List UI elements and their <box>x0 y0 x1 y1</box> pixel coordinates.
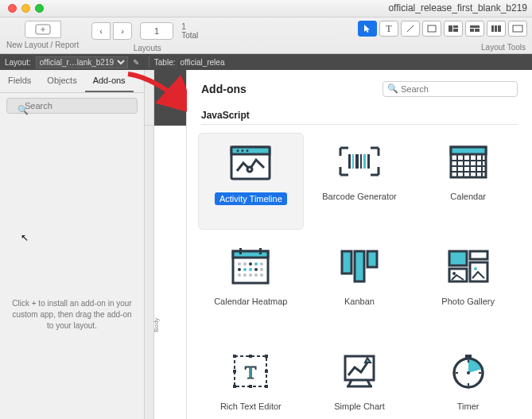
svg-rect-22 <box>352 154 354 169</box>
svg-rect-72 <box>233 370 236 373</box>
nav-next-button[interactable]: › <box>113 22 132 40</box>
svg-point-41 <box>238 262 241 266</box>
addon-card-timer[interactable]: Timer <box>415 343 521 419</box>
svg-rect-38 <box>233 251 268 258</box>
photo-gallery-icon <box>446 248 491 285</box>
addon-card-simple-chart[interactable]: Simple Chart <box>307 343 413 419</box>
addons-search-input[interactable] <box>382 81 518 97</box>
svg-point-46 <box>238 268 241 271</box>
svg-rect-59 <box>449 251 467 266</box>
text-icon: T <box>386 23 391 35</box>
addon-label: Simple Chart <box>334 402 385 411</box>
layout-a-button[interactable] <box>444 21 463 37</box>
inspector-panel: Fields Objects Add-ons 🔍 Click + to inst… <box>0 70 145 419</box>
svg-point-49 <box>254 268 258 271</box>
window-close-button[interactable] <box>8 4 17 13</box>
svg-point-44 <box>254 262 258 266</box>
svg-rect-6 <box>453 25 458 28</box>
svg-rect-4 <box>428 25 436 32</box>
svg-rect-10 <box>475 29 480 32</box>
addon-label: Calendar Heatmap <box>214 297 287 306</box>
addon-card-calendar-heatmap[interactable]: Calendar Heatmap <box>198 238 304 335</box>
svg-point-54 <box>254 274 258 277</box>
addon-card-activity-timeline[interactable]: Activity Timeline <box>198 133 304 230</box>
window-minimize-button[interactable] <box>21 4 30 13</box>
svg-point-19 <box>247 149 249 152</box>
layout-tools-group: T <box>358 21 527 37</box>
page-number-field[interactable]: 1 <box>140 22 173 40</box>
line-tool-button[interactable] <box>401 21 420 37</box>
rect-icon <box>427 25 437 33</box>
svg-rect-56 <box>342 251 351 274</box>
tab-fields[interactable]: Fields <box>0 70 39 92</box>
shape-tool-button[interactable] <box>422 21 441 37</box>
svg-point-17 <box>237 149 239 152</box>
addon-label: Activity Timeline <box>215 192 287 205</box>
svg-point-63 <box>474 267 477 270</box>
layout-c-button[interactable] <box>487 21 506 37</box>
layout-select[interactable]: official_r…lank_b219 <box>36 56 128 68</box>
addon-label: Kanban <box>344 297 375 306</box>
svg-rect-23 <box>355 154 359 169</box>
svg-point-48 <box>249 268 252 271</box>
pointer-tool-button[interactable] <box>358 21 377 37</box>
barcode-icon <box>337 145 382 178</box>
svg-rect-57 <box>355 251 364 281</box>
svg-point-47 <box>243 268 247 271</box>
addon-card-calendar[interactable]: Calendar <box>415 133 521 230</box>
calendar-heatmap-icon <box>230 246 271 286</box>
svg-point-20 <box>247 167 252 172</box>
addon-label: Timer <box>457 402 480 411</box>
section-javascript-title: JavaScript <box>201 110 532 121</box>
pointer-icon <box>363 24 371 33</box>
svg-rect-73 <box>265 370 268 373</box>
layout-a-icon <box>448 25 459 33</box>
divider <box>149 56 150 68</box>
addon-card-rich-text-editor[interactable]: T Rich Text Editor <box>198 343 304 419</box>
text-tool-button[interactable]: T <box>379 21 398 37</box>
layout-b-button[interactable] <box>465 21 484 37</box>
svg-point-50 <box>260 268 263 271</box>
svg-rect-40 <box>259 248 262 254</box>
page-total: 1 Total <box>177 21 203 41</box>
layout-d-icon <box>512 25 523 33</box>
layout-d-button[interactable] <box>508 21 527 37</box>
window-titlebar: official_release_first_blank_b219 <box>0 0 532 17</box>
edit-layout-icon[interactable]: ✎ <box>133 58 139 67</box>
tab-objects[interactable]: Objects <box>39 70 84 92</box>
addon-card-photo-gallery[interactable]: Photo Gallery <box>415 238 521 335</box>
layout-c-icon <box>491 25 502 33</box>
body-part-label: Body <box>145 126 154 419</box>
svg-rect-5 <box>449 25 452 32</box>
body-part-text: Body <box>153 318 160 332</box>
layout-canvas[interactable]: Header Body <box>145 70 187 419</box>
svg-text:T: T <box>245 362 257 382</box>
svg-line-3 <box>407 25 414 32</box>
svg-rect-21 <box>348 154 351 169</box>
layout-tools-label: Layout Tools <box>481 43 526 52</box>
layout-b-icon <box>469 25 480 33</box>
svg-point-86 <box>467 371 470 374</box>
svg-rect-12 <box>495 25 497 32</box>
svg-rect-71 <box>249 385 252 388</box>
main-toolbar: New Layout / Report ‹ › 1 1 Total Layout… <box>0 17 532 54</box>
svg-rect-85 <box>465 355 472 358</box>
addon-card-kanban[interactable]: Kanban <box>307 238 413 335</box>
addon-card-barcode-generator[interactable]: Barcode Generator <box>307 133 413 230</box>
new-layout-button[interactable] <box>25 21 61 38</box>
header-part-area[interactable] <box>154 70 186 126</box>
svg-rect-8 <box>470 25 480 28</box>
svg-point-52 <box>243 274 247 277</box>
svg-point-45 <box>260 262 263 266</box>
window-maximize-button[interactable] <box>35 4 44 13</box>
svg-rect-9 <box>470 29 474 32</box>
tab-addons[interactable]: Add-ons <box>85 70 134 92</box>
svg-rect-67 <box>265 355 268 358</box>
kanban-icon <box>339 248 380 285</box>
table-name: official_relea <box>181 58 225 67</box>
svg-rect-69 <box>265 385 268 388</box>
svg-rect-7 <box>453 29 458 32</box>
svg-point-51 <box>238 274 241 277</box>
nav-prev-button[interactable]: ‹ <box>91 22 111 40</box>
calendar-icon <box>449 142 488 180</box>
